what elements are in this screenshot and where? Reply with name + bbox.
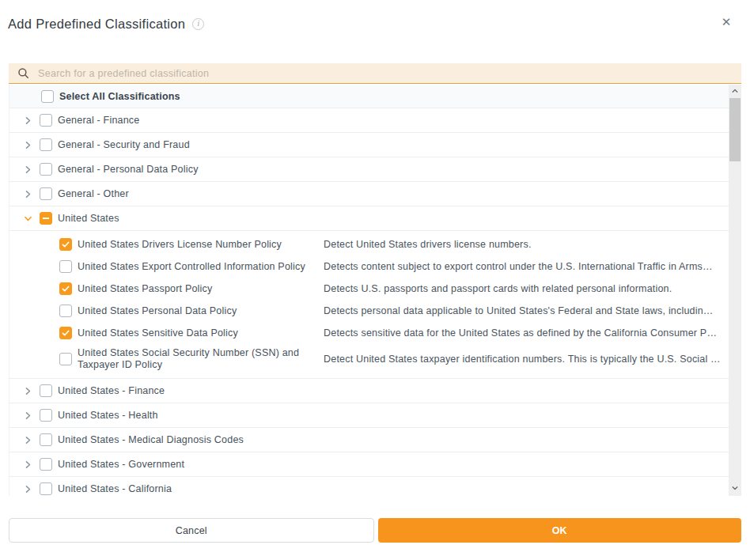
classification-group-row[interactable]: General - Finance xyxy=(9,108,729,133)
group-checkbox-unchecked[interactable] xyxy=(40,458,52,471)
classification-policy-row[interactable]: United States Sensitive Data PolicyDetec… xyxy=(9,322,729,344)
group-checkbox-unchecked[interactable] xyxy=(40,187,52,200)
classification-policy-row[interactable]: United States Passport PolicyDetects U.S… xyxy=(9,278,729,300)
classification-policy-row[interactable]: United States Personal Data PolicyDetect… xyxy=(9,300,729,322)
search-bar[interactable] xyxy=(9,63,741,84)
policy-checkbox-checked[interactable] xyxy=(59,238,72,251)
chevron-right-icon[interactable] xyxy=(23,411,33,421)
select-all-label: Select All Classifications xyxy=(59,91,180,102)
chevron-right-icon[interactable] xyxy=(23,165,33,175)
group-checkbox-unchecked[interactable] xyxy=(40,433,52,446)
chevron-right-icon[interactable] xyxy=(23,435,33,445)
add-predefined-classification-dialog: Add Predefined Classification i ✕ Select… xyxy=(0,0,750,560)
policy-description: Detect United States taxpayer identifica… xyxy=(324,354,729,365)
classification-group-row[interactable]: United States - California xyxy=(9,477,729,496)
select-all-checkbox[interactable] xyxy=(41,90,54,103)
group-label: United States - Medical Diagnosis Codes xyxy=(58,434,244,445)
group-label: United States xyxy=(58,213,119,224)
policy-checkbox-checked[interactable] xyxy=(59,282,72,295)
policy-checkbox-unchecked[interactable] xyxy=(59,305,72,317)
classification-group-row[interactable]: General - Other xyxy=(9,182,729,206)
scroll-down-icon[interactable] xyxy=(729,482,741,494)
close-icon[interactable]: ✕ xyxy=(718,13,735,31)
group-label: United States - Finance xyxy=(58,385,165,396)
chevron-right-icon[interactable] xyxy=(23,386,33,396)
group-checkbox-unchecked[interactable] xyxy=(40,384,52,397)
policy-description: Detects content subject to export contro… xyxy=(324,261,729,272)
dialog-footer: Cancel OK xyxy=(9,518,741,543)
classification-rows: Select All Classifications General - Fin… xyxy=(9,85,729,496)
scrollbar[interactable] xyxy=(729,85,741,496)
group-checkbox-unchecked[interactable] xyxy=(40,114,52,127)
group-label: General - Security and Fraud xyxy=(58,139,190,150)
chevron-right-icon[interactable] xyxy=(23,115,33,126)
policy-label: United States Export Controlled Informat… xyxy=(78,261,324,273)
chevron-right-icon[interactable] xyxy=(23,484,33,494)
classification-group-row[interactable]: United States xyxy=(9,206,729,231)
group-label: General - Finance xyxy=(58,115,139,126)
chevron-down-icon[interactable] xyxy=(23,214,33,224)
policy-checkbox-unchecked[interactable] xyxy=(59,260,72,273)
group-label: General - Personal Data Policy xyxy=(58,164,199,175)
scroll-up-icon[interactable] xyxy=(729,85,741,97)
policy-label: United States Passport Policy xyxy=(78,283,324,295)
classification-policy-row[interactable]: United States Drivers License Number Pol… xyxy=(9,233,729,255)
scrollbar-thumb[interactable] xyxy=(729,98,741,161)
policy-label: United States Drivers License Number Pol… xyxy=(78,239,324,251)
policy-description: Detect United States drivers license num… xyxy=(324,239,729,250)
policy-checkbox-unchecked[interactable] xyxy=(59,353,72,365)
group-checkbox-unchecked[interactable] xyxy=(40,482,52,495)
chevron-right-icon[interactable] xyxy=(23,140,33,150)
policy-label: United States Social Security Number (SS… xyxy=(78,347,324,371)
group-checkbox-unchecked[interactable] xyxy=(40,409,52,422)
policy-description: Detects personal data applicable to Unit… xyxy=(324,305,729,316)
classification-policy-row[interactable]: United States Social Security Number (SS… xyxy=(9,344,729,374)
select-all-row[interactable]: Select All Classifications xyxy=(9,85,729,108)
info-icon[interactable]: i xyxy=(192,18,204,30)
search-icon xyxy=(17,67,29,79)
group-checkbox-indeterminate[interactable] xyxy=(40,212,52,225)
classification-group-row[interactable]: General - Personal Data Policy xyxy=(9,157,729,182)
classification-group-row[interactable]: General - Security and Fraud xyxy=(9,133,729,157)
classification-policy-row[interactable]: United States Export Controlled Informat… xyxy=(9,255,729,278)
policy-label: United States Personal Data Policy xyxy=(78,305,324,317)
policy-description: Detects sensitive data for the United St… xyxy=(324,327,729,339)
ok-button[interactable]: OK xyxy=(378,518,742,543)
group-label: United States - Health xyxy=(58,410,158,421)
group-checkbox-unchecked[interactable] xyxy=(40,163,52,176)
group-label: General - Other xyxy=(58,188,129,199)
chevron-right-icon[interactable] xyxy=(23,460,33,470)
cancel-button[interactable]: Cancel xyxy=(9,518,374,543)
classification-group-row[interactable]: United States - Government xyxy=(9,452,729,477)
classification-group-row[interactable]: United States - Finance xyxy=(9,379,729,403)
search-input[interactable] xyxy=(38,68,741,79)
group-children: United States Drivers License Number Pol… xyxy=(9,231,729,379)
policy-label: United States Sensitive Data Policy xyxy=(78,327,324,339)
policy-checkbox-checked[interactable] xyxy=(59,327,72,339)
group-label: United States - Government xyxy=(58,459,184,470)
chevron-right-icon[interactable] xyxy=(23,189,33,199)
classification-group-row[interactable]: United States - Health xyxy=(9,403,729,428)
page-title: Add Predefined Classification xyxy=(8,17,185,32)
policy-description: Detects U.S. passports and passport card… xyxy=(324,283,729,294)
group-label: United States - California xyxy=(58,483,172,494)
classification-list: Select All Classifications General - Fin… xyxy=(9,85,741,496)
dialog-header: Add Predefined Classification i ✕ xyxy=(8,13,742,35)
group-checkbox-unchecked[interactable] xyxy=(40,138,52,151)
classification-group-row[interactable]: United States - Medical Diagnosis Codes xyxy=(9,428,729,452)
